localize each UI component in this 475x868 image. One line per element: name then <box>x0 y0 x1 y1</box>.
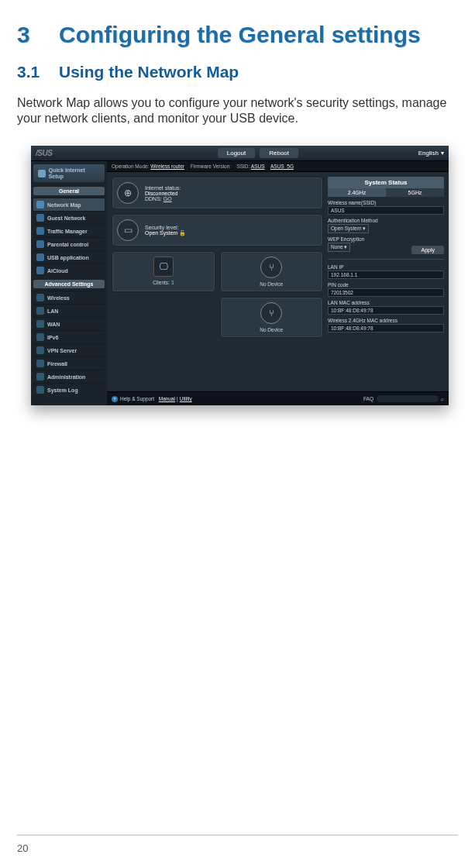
sidebar-item-parental-control[interactable]: Parental control <box>33 237 105 250</box>
globe-icon: ⊕ <box>117 182 139 204</box>
sidebar-item-vpn-server[interactable]: VPN Server <box>33 343 105 356</box>
sidebar-item-label: Guest Network <box>47 215 85 221</box>
faq-label: FAQ <box>363 396 373 401</box>
sidebar-item-guest-network[interactable]: Guest Network <box>33 211 105 224</box>
search-icon[interactable]: ⌕ <box>441 396 444 401</box>
sidebar-item-label: Network Map <box>47 202 81 208</box>
apply-button[interactable]: Apply <box>411 246 444 254</box>
tab-24ghz[interactable]: 2.4GHz <box>328 188 386 197</box>
auth-method-select[interactable]: Open System ▾ <box>328 224 369 233</box>
utility-link[interactable]: Utility <box>180 396 192 401</box>
sidebar-item-aicloud[interactable]: AiCloud <box>33 264 105 277</box>
wireless-icon <box>36 294 44 301</box>
pin-code-value: 72013502 <box>328 288 444 297</box>
wireless-mac-value: 10:BF:48:D8:49:78 <box>328 324 444 332</box>
separator: | <box>177 396 178 401</box>
page-number: 20 <box>17 842 28 854</box>
ssid-value-1[interactable]: ASUS <box>251 164 265 169</box>
security-level-label: Security level: <box>145 225 186 230</box>
logout-button[interactable]: Logout <box>218 148 255 158</box>
help-icon: ? <box>112 396 118 402</box>
help-support-label: Help & Support <box>120 396 154 401</box>
clients-count: 3 <box>171 280 174 285</box>
firewall-icon <box>36 360 44 367</box>
pin-code-label: PIN code <box>328 282 444 288</box>
chapter-title: Configuring the General settings <box>59 22 421 49</box>
footer-rule <box>17 835 458 835</box>
operation-mode-label: Operation Mode: <box>112 164 149 169</box>
sidebar-item-label: VPN Server <box>47 348 77 353</box>
operation-mode-value[interactable]: Wireless router <box>150 164 184 169</box>
sidebar-advanced-header: Advanced Settings <box>33 280 105 288</box>
firmware-label: Firmware Version: <box>191 164 231 169</box>
vpn-icon <box>36 346 44 354</box>
administration-icon <box>36 373 44 381</box>
lan-icon <box>36 307 44 315</box>
tab-5ghz[interactable]: 5GHz <box>386 188 444 197</box>
usb-icon: ⑂ <box>260 302 282 324</box>
internet-status-label: Internet status: <box>145 185 181 191</box>
language-selector[interactable]: English ▾ <box>418 150 444 157</box>
internet-status-card[interactable]: ⊕ Internet status: Disconnected DDNS: GO <box>112 177 323 209</box>
wireless-mac-label: Wireless 2.4GHz MAC address <box>328 318 444 323</box>
asus-logo: /SUS <box>36 149 98 157</box>
lan-ip-value: 192.168.1.1 <box>328 270 444 279</box>
sidebar-item-administration[interactable]: Administration <box>33 370 105 383</box>
usb-application-icon <box>36 253 44 261</box>
sidebar-item-system-log[interactable]: System Log <box>33 383 105 396</box>
usb-card-1[interactable]: ⑂ No Device <box>220 251 324 292</box>
quick-setup-label: Quick Internet Setup <box>49 167 100 179</box>
wireless-name-label: Wireless name(SSID) <box>328 200 444 205</box>
quick-internet-setup[interactable]: Quick Internet Setup <box>33 164 105 182</box>
language-label: English <box>418 150 439 157</box>
sidebar-item-traffic-manager[interactable]: Traffic Manager <box>33 224 105 237</box>
system-log-icon <box>36 386 44 394</box>
ssid-value-2[interactable]: ASUS_5G <box>270 164 294 169</box>
network-map-icon <box>36 201 44 208</box>
guest-network-icon <box>36 214 44 222</box>
aicloud-icon <box>36 267 44 274</box>
ddns-link[interactable]: GO <box>163 196 172 202</box>
sidebar-item-lan[interactable]: LAN <box>33 304 105 317</box>
system-status-title: System Status <box>328 177 444 188</box>
auth-method-label: Authentication Method <box>328 218 444 223</box>
sidebar-item-label: Wireless <box>47 295 70 301</box>
sidebar-item-firewall[interactable]: Firewall <box>33 356 105 370</box>
sidebar-item-wireless[interactable]: Wireless <box>33 291 105 304</box>
reboot-button[interactable]: Reboot <box>260 148 298 158</box>
chevron-down-icon: ▾ <box>441 150 444 157</box>
lan-mac-value: 10:BF:48:D8:49:78 <box>328 306 444 315</box>
sidebar-general-header: General <box>33 187 105 195</box>
unlock-icon: 🔓 <box>179 230 186 236</box>
sidebar-item-label: AiCloud <box>47 268 68 274</box>
sidebar-item-label: System Log <box>47 388 78 393</box>
sidebar-item-label: LAN <box>47 308 58 314</box>
monitor-icon: 🖵 <box>153 257 174 277</box>
wireless-name-input[interactable]: ASUS <box>328 206 444 215</box>
security-level-value: Open System <box>145 230 177 236</box>
sidebar-item-wan[interactable]: WAN <box>33 317 105 330</box>
internet-status-value: Disconnected <box>145 191 181 196</box>
faq-search-input[interactable] <box>377 395 439 402</box>
ssid-label: SSID: <box>236 164 250 169</box>
no-device-label: No Device <box>225 281 318 287</box>
usb-card-2[interactable]: ⑂ No Device <box>220 297 324 338</box>
info-bar: Operation Mode: Wireless router Firmware… <box>107 161 449 172</box>
no-device-label: No Device <box>225 327 318 332</box>
sidebar-item-ipv6[interactable]: IPv6 <box>33 330 105 343</box>
clients-label: Clients: <box>153 280 170 285</box>
clients-card[interactable]: 🖵 Clients: 3 <box>112 251 215 292</box>
security-card[interactable]: ▭ Security level: Open System 🔓 <box>112 214 323 246</box>
usb-icon: ⑂ <box>260 257 282 278</box>
manual-link[interactable]: Manual <box>159 396 175 401</box>
section-title: Using the Network Map <box>59 63 239 81</box>
sidebar-item-usb-application[interactable]: USB application <box>33 250 105 264</box>
section-number: 3.1 <box>17 63 59 81</box>
sidebar-item-network-map[interactable]: Network Map <box>33 198 105 211</box>
parental-control-icon <box>36 240 44 248</box>
wep-encryption-select[interactable]: None ▾ <box>328 243 350 252</box>
router-ui-screenshot: /SUS Logout Reboot English ▾ Quick Inter… <box>31 146 449 405</box>
sidebar-item-label: Traffic Manager <box>47 229 88 234</box>
sidebar-item-label: Parental control <box>47 242 88 247</box>
sidebar-item-label: IPv6 <box>47 335 58 340</box>
